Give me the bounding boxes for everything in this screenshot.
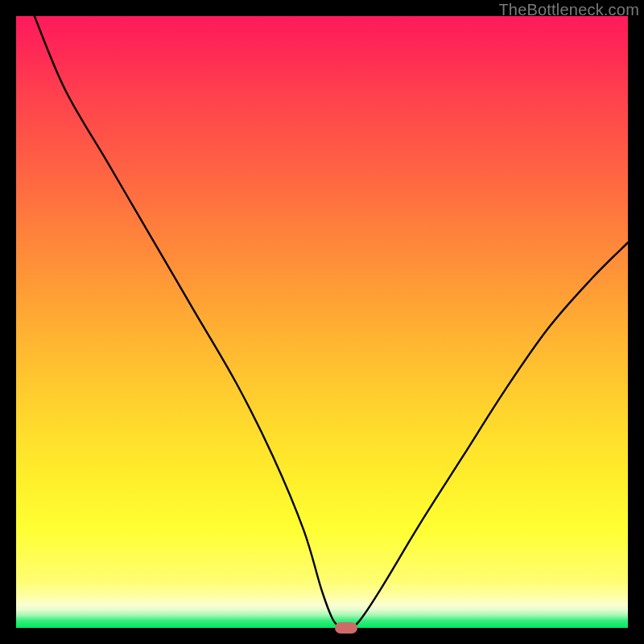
bottleneck-curve [16,16,628,628]
plot-area [16,16,628,628]
chart-frame: TheBottleneck.com [0,0,644,644]
optimum-marker [335,622,357,634]
